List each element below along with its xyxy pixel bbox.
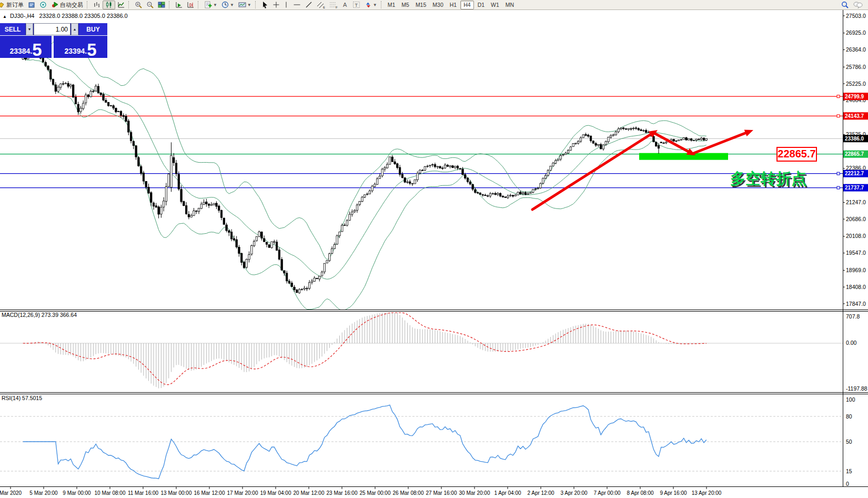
svg-text:17847.0: 17847.0 [846, 301, 866, 307]
svg-text:17 Mar 20:00: 17 Mar 20:00 [227, 490, 258, 496]
chart-shift-icon [187, 1, 194, 8]
sell-price-main: 23384. [9, 47, 32, 55]
chart-window-button[interactable] [26, 1, 37, 9]
zoom-in-button[interactable] [133, 1, 144, 9]
svg-text:22865.7: 22865.7 [845, 151, 864, 157]
timeframe-M1[interactable]: M1 [385, 1, 398, 9]
new-order-icon [0, 1, 5, 8]
toolbar-separator [198, 1, 200, 8]
candlestick-chart-button[interactable] [103, 1, 115, 9]
crosshair-icon [272, 1, 279, 8]
svg-text:T: T [355, 3, 358, 8]
svg-text:多空转折点: 多空转折点 [730, 170, 806, 187]
price-level-callout[interactable]: 22865.7 [777, 147, 816, 161]
zoom-in-icon [135, 1, 142, 8]
auto-scroll-button[interactable] [173, 1, 185, 9]
svg-text:19 Mar 04:00: 19 Mar 04:00 [260, 490, 291, 496]
svg-text:3 Apr 20:00: 3 Apr 20:00 [560, 490, 588, 496]
dropdown-caret-icon: ▼ [213, 3, 217, 7]
svg-text:MACD(12,26,9) 273.39 366.64: MACD(12,26,9) 273.39 366.64 [2, 312, 77, 318]
timeframe-H4[interactable]: H4 [460, 1, 473, 9]
rsi-levels [0, 416, 843, 471]
fibonacci-icon: F [329, 1, 338, 8]
svg-text:E: E [323, 6, 325, 9]
svg-text:21247.0: 21247.0 [846, 199, 866, 205]
svg-text:27 Mar 16:00: 27 Mar 16:00 [426, 490, 457, 496]
svg-text:24799.9: 24799.9 [845, 94, 864, 99]
crosshair-button[interactable] [270, 1, 281, 9]
trendline-button[interactable] [303, 1, 315, 9]
tile-windows-button[interactable] [156, 1, 167, 9]
templates-button[interactable]: ▼ [236, 1, 254, 9]
macd-labels: MACD(12,26,9) 273.39 366.64707.80.00-119… [2, 312, 867, 392]
cursor-button[interactable] [259, 1, 270, 9]
svg-text:20 Mar 12:00: 20 Mar 12:00 [294, 490, 325, 496]
time-axis[interactable]: Mar 20205 Mar 20:009 Mar 00:0010 Mar 08:… [0, 487, 722, 496]
timeframe-MN[interactable]: MN [503, 1, 517, 9]
indicators-button[interactable]: ▼ [202, 1, 219, 9]
svg-text:50: 50 [846, 439, 852, 445]
volume-input[interactable] [34, 23, 70, 35]
timeframe-M15[interactable]: M15 [413, 1, 429, 9]
chart-window-icon [28, 1, 35, 8]
search-button[interactable] [839, 1, 851, 9]
sell-button[interactable]: SELL [0, 23, 25, 35]
svg-text:A: A [343, 2, 347, 8]
support-highlight-bar[interactable] [639, 153, 728, 160]
dropdown-caret-icon: ▼ [230, 3, 234, 7]
sell-price-box[interactable]: 23384.5 [0, 36, 52, 58]
bar-chart-button[interactable] [91, 1, 103, 9]
zoom-out-button[interactable] [144, 1, 156, 9]
one-click-trading-panel: SELL ▼ ▲ BUY 23384.5 23394.5 [0, 23, 107, 58]
buy-price-box[interactable]: 23394.5 [54, 36, 107, 58]
arrows-button[interactable]: ▼ [362, 1, 379, 9]
cn-annotation[interactable]: 多空转折点多空转折点 [730, 170, 808, 188]
svg-text:2 Apr 12:00: 2 Apr 12:00 [527, 490, 554, 496]
svg-text:16 Mar 12:00: 16 Mar 12:00 [194, 490, 225, 496]
chart-shift-button[interactable] [185, 1, 196, 9]
buy-price-pip: 5 [87, 43, 96, 57]
vertical-line-icon [284, 1, 289, 8]
horizontal-line-button[interactable] [291, 1, 303, 9]
svg-text:0: 0 [846, 481, 849, 487]
price-axis[interactable]: 27503.026925.026364.025786.025225.024664… [843, 13, 866, 307]
vertical-line-button[interactable] [281, 1, 291, 9]
svg-text:F: F [336, 6, 338, 9]
autotrade-button[interactable]: 自动交易 [49, 1, 85, 9]
autotrade-label: 自动交易 [60, 1, 83, 9]
periods-button[interactable]: ▼ [219, 1, 236, 9]
macd-panel [0, 313, 843, 389]
new-order-button[interactable]: 新订单 [0, 1, 26, 9]
volume-increase-button[interactable]: ▲ [71, 23, 78, 35]
quotes-button[interactable] [37, 1, 49, 9]
svg-text:8 Apr 08:00: 8 Apr 08:00 [627, 490, 654, 496]
auto-scroll-icon [175, 1, 183, 8]
svg-text:80: 80 [846, 413, 852, 420]
channel-button[interactable]: E [315, 1, 327, 9]
line-chart-icon [117, 1, 125, 8]
trade-controls-row: SELL ▼ ▲ BUY [0, 23, 107, 35]
text-button[interactable]: A [340, 1, 350, 9]
timeframe-H1[interactable]: H1 [447, 1, 459, 9]
cursor-icon [261, 1, 268, 8]
timeframe-M5[interactable]: M5 [399, 1, 412, 9]
timeframe-bar: M1M5M15M30H1H4D1W1MN [385, 1, 517, 9]
svg-text:18408.0: 18408.0 [846, 284, 866, 290]
timeframe-D1[interactable]: D1 [475, 1, 487, 9]
svg-text:11 Mar 16:00: 11 Mar 16:00 [128, 490, 159, 496]
timeframe-W1[interactable]: W1 [488, 1, 502, 9]
svg-text:23 Mar 16:00: 23 Mar 16:00 [327, 490, 358, 496]
quotes-icon [39, 1, 47, 8]
volume-decrease-button[interactable]: ▼ [26, 23, 33, 35]
chat-button[interactable] [851, 1, 865, 9]
buy-button[interactable]: BUY [79, 23, 107, 35]
text-label-button[interactable]: T [350, 1, 362, 9]
candlesticks [22, 49, 707, 294]
chart-canvas[interactable]: 22865.7多空转折点多空转折点27503.026925.026364.025… [0, 0, 868, 498]
svg-text:27503.0: 27503.0 [846, 13, 866, 19]
line-chart-button[interactable] [115, 1, 127, 9]
timeframe-M30[interactable]: M30 [430, 1, 446, 9]
fibonacci-button[interactable]: F [327, 1, 340, 9]
trend-arrows[interactable] [532, 130, 753, 210]
horizontal-level-lines[interactable] [0, 95, 843, 189]
